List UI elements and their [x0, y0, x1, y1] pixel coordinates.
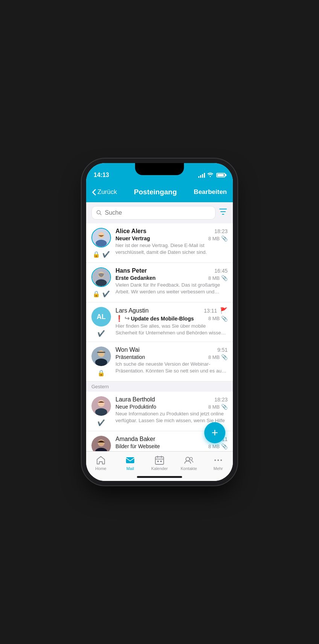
hans-sender: Hans Peter	[115, 267, 147, 274]
filter-button[interactable]	[219, 207, 228, 218]
avatar-hans	[91, 267, 111, 287]
tab-kalender[interactable]: Kalender	[145, 455, 174, 471]
avatar-alice	[91, 228, 111, 247]
hans-time: 16:45	[214, 268, 228, 274]
alice-time: 18:23	[214, 228, 228, 234]
svg-point-29	[217, 459, 219, 461]
edit-button[interactable]: Bearbeiten	[194, 188, 227, 196]
section-gestern: Gestern	[86, 382, 233, 392]
won-mail-content: Won Wai 9:51 Präsentation 8 MB 📎 Ich suc…	[115, 346, 228, 377]
won-meta: 8 MB 📎	[208, 354, 228, 360]
amanda-meta: 8 MB 📎	[208, 443, 228, 449]
status-bar: 14:13	[86, 163, 233, 182]
won-size: 8 MB	[208, 354, 220, 360]
won-sender: Won Wai	[115, 346, 140, 353]
alice-subject: Neuer Vertrag	[115, 235, 150, 241]
tab-mail[interactable]: Mail	[115, 455, 145, 471]
tab-mail-label: Mail	[126, 466, 134, 471]
amanda-sender: Amanda Baker	[115, 436, 155, 443]
mail-item-hans[interactable]: 🔒 ✔️ Hans Peter 16:45 Erste Gedanken 8 M…	[86, 263, 233, 302]
hans-attachment-icon: 📎	[221, 275, 228, 281]
signal-bars-icon	[198, 172, 205, 178]
hans-subject: Erste Gedanken	[115, 275, 156, 281]
laura-meta: 8 MB 📎	[208, 404, 228, 410]
alice-sender: Alice Alers	[115, 228, 146, 235]
svg-point-30	[220, 459, 222, 461]
nav-bar: Zurück Posteingang Bearbeiten	[86, 182, 233, 202]
svg-rect-23	[155, 457, 164, 464]
mail-icon	[125, 455, 135, 465]
hans-preview: Vielen Dank für Ihr Feedback. Das ist gr…	[115, 282, 228, 295]
laura-subject: Neue Produktinfo	[115, 404, 156, 410]
lars-subject-text: Update des Mobile-Blogs	[131, 316, 194, 322]
mail-item-won[interactable]: 🔒 Won Wai 9:51 Präsentation 8 MB 📎 Ich s…	[86, 342, 233, 382]
svg-point-26	[186, 457, 190, 461]
laura-preview: Neue Informationen zu Produkten sind jet…	[115, 411, 228, 424]
battery-icon	[216, 173, 225, 177]
status-time: 14:13	[94, 172, 109, 179]
search-icon	[96, 210, 102, 216]
laura-security-icons: ✔️	[97, 419, 105, 426]
verified-icon-hans: ✔️	[102, 290, 110, 298]
svg-point-27	[190, 458, 193, 460]
wifi-icon	[207, 172, 214, 178]
amanda-preview: Hier sind die neuen Bilder für die Webse…	[115, 450, 228, 451]
back-label: Zurück	[97, 188, 117, 196]
mail-list: 🔒 ✔️ Alice Alers 18:23 Neuer Vertrag 8 M…	[86, 223, 233, 451]
tab-mehr[interactable]: Mehr	[204, 455, 233, 471]
phone-frame: 14:13	[86, 163, 233, 481]
home-icon	[96, 455, 106, 465]
more-icon	[213, 455, 223, 465]
svg-point-16	[95, 408, 107, 416]
avatar-won	[91, 346, 111, 366]
hans-size: 8 MB	[208, 275, 220, 281]
lars-mail-content: Lars Agustin 13:11 🚩 ❗ ↪ Update des Mobi…	[115, 307, 228, 337]
mail-item-lars[interactable]: AL ✔️ Lars Agustin 13:11 🚩 ❗ ↪ Update de…	[86, 302, 233, 342]
lars-time: 13:11 🚩	[204, 307, 228, 314]
svg-point-28	[214, 459, 216, 461]
lock-icon: 🔒	[93, 251, 100, 258]
search-input-wrap[interactable]	[91, 206, 216, 220]
exclaim-icon-lars: ❗	[115, 315, 123, 322]
notch	[135, 163, 184, 175]
tab-kontakte-label: Kontakte	[181, 466, 197, 471]
back-button[interactable]: Zurück	[92, 188, 117, 196]
verified-icon-lars: ✔️	[97, 330, 105, 337]
lars-size: 8 MB	[208, 316, 220, 321]
laura-time: 18:23	[214, 397, 228, 403]
compose-fab[interactable]: +	[204, 422, 225, 443]
tab-home-label: Home	[95, 466, 106, 471]
svg-rect-24	[157, 461, 159, 462]
forward-arrow-lars: ↪	[125, 315, 129, 322]
won-preview: Ich suche die neueste Version der Webina…	[115, 361, 228, 374]
won-security-icons: 🔒	[97, 369, 105, 377]
home-indicator	[137, 476, 182, 478]
section-gestern-label: Gestern	[91, 384, 109, 389]
avatar-amanda	[91, 436, 111, 451]
search-bar	[86, 202, 233, 223]
avatar-laura	[91, 396, 111, 416]
won-attachment-icon: 📎	[221, 354, 228, 360]
amanda-attachment-icon: 📎	[221, 443, 228, 449]
tab-kontakte[interactable]: Kontakte	[174, 455, 204, 471]
svg-point-3	[96, 240, 107, 247]
alice-mail-content: Alice Alers 18:23 Neuer Vertrag 8 MB 📎 h…	[115, 228, 228, 258]
alice-size: 8 MB	[208, 236, 220, 241]
tab-mehr-label: Mehr	[213, 466, 223, 471]
contacts-icon	[184, 455, 194, 465]
lars-sender: Lars Agustin	[115, 307, 149, 314]
lars-preview: Hier finden Sie alles, was Sie über mobi…	[115, 323, 228, 336]
won-time: 9:51	[217, 347, 228, 353]
tab-kalender-label: Kalender	[151, 466, 168, 471]
alice-meta: 8 MB 📎	[208, 235, 228, 241]
avatar-lars: AL	[91, 307, 111, 327]
lars-meta: 8 MB 📎	[208, 316, 228, 322]
mail-item-alice[interactable]: 🔒 ✔️ Alice Alers 18:23 Neuer Vertrag 8 M…	[86, 223, 233, 263]
laura-size: 8 MB	[208, 404, 220, 410]
flag-icon-lars: 🚩	[220, 307, 228, 314]
search-input[interactable]	[105, 209, 211, 216]
tab-home[interactable]: Home	[86, 455, 115, 471]
lars-attachment-icon: 📎	[221, 316, 228, 322]
fab-plus-icon: +	[211, 427, 218, 438]
alice-attachment-icon: 📎	[221, 235, 228, 241]
